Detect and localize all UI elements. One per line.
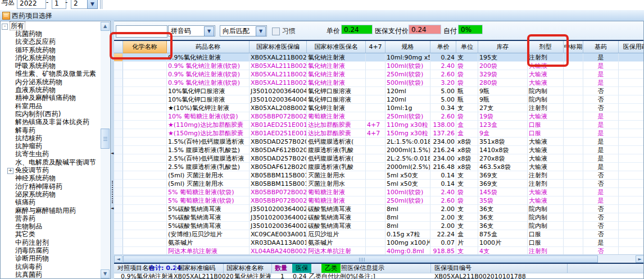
cell-bid: [564, 213, 583, 222]
sidebar-item[interactable]: 神经系统药物: [2, 174, 102, 182]
match-code-select[interactable]: 拼音码 ▼: [168, 25, 215, 36]
sidebar-scrollbar[interactable]: ▲ ▼: [101, 22, 110, 278]
tree-root-label: 所有: [10, 21, 25, 30]
sidebar-item[interactable]: 抗菌药物: [2, 30, 102, 38]
horizontal-scrollbar-thumb[interactable]: [123, 255, 598, 263]
project-code-value: XB05XAL211B002010101788: [434, 273, 526, 279]
table-row[interactable]: 5% 葡萄糖注射液(软袋)XB05BBP072B002020葡萄糖注射液100m…: [114, 188, 644, 196]
sidebar-item[interactable]: 其它类: [2, 230, 102, 238]
sidebar-item-label: 维生素、矿物质及微量元素: [15, 70, 96, 77]
comparison-row[interactable]: 0.9%氯化钠注射液 XB05XAL211B00201 氯化钠注射液 1 0.2…: [114, 273, 644, 279]
scroll-up-icon[interactable]: ▲: [101, 22, 110, 31]
table-row[interactable]: ★(10%)氯化钾注射液XB05XAL208B002020氯化钾注射液10ml:…: [114, 104, 644, 112]
sidebar-item[interactable]: 内分泌系统药物: [2, 78, 102, 86]
table-row[interactable]: ★(150mg)达比加群酯胶囊XB01AED251E001020达比加群酯胶囊4…: [114, 129, 644, 138]
column-header-name[interactable]: 药品名称: [167, 41, 250, 53]
habit-checkbox[interactable]: [272, 28, 280, 35]
sidebar-item[interactable]: +免疫调节药: [2, 166, 102, 174]
sidebar-item[interactable]: 营养药: [2, 214, 102, 222]
column-header-code[interactable]: 国家标准医保编: [250, 41, 307, 53]
table-row[interactable]: 氨茶碱片XR03DAA113A001010氨茶碱片100mg x100片0.07…: [114, 239, 644, 247]
sidebar-item[interactable]: 抗结核药: [2, 134, 102, 142]
sidebar-item[interactable]: 科室用品: [2, 102, 102, 110]
sidebar-item[interactable]: 院内制剂(西药): [2, 110, 102, 118]
table-row[interactable]: 0.9% 氯化钠注射液(软袋)XB05XAL211B002040氯化钠注射液25…: [114, 70, 644, 79]
expand-icon[interactable]: +: [7, 168, 13, 174]
sidebar-item[interactable]: 抗真菌药: [2, 271, 102, 278]
table-row[interactable]: (安博维)厄贝沙坦片XC09CAE003A001020厄贝沙坦片0.15g x7…: [114, 230, 644, 239]
table-row[interactable]: 5%碳酸氢钠滴耳液J350102003640022碳酸氢钠滴耳液8ml2.00支…: [114, 205, 644, 213]
sidebar-scrollbar-thumb[interactable]: [101, 129, 110, 149]
year-field[interactable]: 2022: [17, 0, 46, 9]
sidebar-item[interactable]: 消毒防腐药: [2, 246, 102, 254]
sidebar-item[interactable]: 镇痛药: [2, 198, 102, 206]
table-row[interactable]: 0.9% 氯化钠注射液(软袋)XB05XAL211B002050氯化钠注射液50…: [114, 79, 644, 87]
sidebar-item[interactable]: 解热镇痛及非甾体抗炎药: [2, 118, 102, 126]
sidebar-item[interactable]: 维生素、矿物质及微量元素: [2, 70, 102, 77]
table-row[interactable]: 5%碳酸氢钠滴耳液J350102003640022碳酸氢钠滴耳液8ml2.00支…: [114, 222, 644, 230]
table-row[interactable]: 1.5%(百特)低钙腹膜透析液XB05DAD257B020010低钙腹膜透析液(…: [114, 138, 644, 146]
column-header-unit[interactable]: 单位: [456, 41, 478, 53]
scroll-down-icon[interactable]: ▼: [101, 269, 110, 278]
cell-chem: [123, 95, 167, 104]
sidebar-item[interactable]: 水、电解质及酸碱平衡调节: [2, 158, 102, 166]
month-field[interactable]: 1: [52, 0, 66, 9]
tree-root-item[interactable]: -所有: [2, 22, 102, 30]
cell-stock: 123盒: [478, 121, 528, 129]
cell-bid: [564, 188, 583, 196]
column-header-med[interactable]: 医保用药: [619, 41, 644, 53]
column-header-f47[interactable]: 4+7: [366, 41, 386, 53]
sidebar-item-label: 抗肿瘤药: [15, 142, 42, 150]
sidebar-item-label: 中药注射剂: [15, 239, 49, 246]
sidebar-item[interactable]: 抗寄生虫药: [2, 150, 102, 158]
cell-f47: [366, 70, 386, 79]
sidebar-item[interactable]: 解毒药: [2, 126, 102, 134]
chevron-down-icon[interactable]: ▼: [256, 26, 266, 36]
sidebar-item[interactable]: 抗变态反应药: [2, 38, 102, 45]
sidebar-item[interactable]: 抗肿瘤药: [2, 142, 102, 150]
table-row[interactable]: 10% 葡萄糖注射液(软袋)XB05BBP072B002060葡萄糖注射液250…: [114, 112, 644, 121]
table-row[interactable]: 2.5%(百特)低钙腹膜透析液XB05DAD257B020020低钙腹膜透析液(…: [114, 154, 644, 163]
sidebar-item[interactable]: 麻醉与麻醉辅助用药: [2, 207, 102, 214]
cell-stock: 875盒: [478, 230, 528, 239]
cell-stock: 9盒: [478, 129, 528, 138]
cell-f47: [366, 213, 386, 222]
day-field[interactable]: 2: [71, 0, 88, 9]
table-row[interactable]: 5% 葡萄糖注射液(软袋)XB05BBP072B002050葡萄糖注射液250m…: [114, 196, 644, 205]
table-row[interactable]: (5ml) 灭菌注射用水XB05BBM115B001020灭菌注射用水5ml x…: [114, 171, 644, 180]
collapse-icon[interactable]: -: [2, 24, 8, 30]
column-header-spec[interactable]: 规格: [386, 41, 430, 53]
table-row[interactable]: 2.5% 腹膜透析液(乳酸盐)XB05DAF612B020020腹膜透析液(乳酸…: [114, 163, 644, 171]
match-direction-select[interactable]: 向后匹配 ▼: [220, 25, 267, 36]
cell-base: 否: [583, 171, 619, 180]
cell-std: 灭菌注射用水: [307, 180, 366, 188]
scroll-left-icon[interactable]: ◄: [114, 255, 123, 263]
sidebar-item[interactable]: 消化系统药物: [2, 54, 102, 62]
sidebar-item[interactable]: 中药注射剂: [2, 239, 102, 246]
column-header-price[interactable]: 单价: [430, 41, 456, 53]
column-header-std[interactable]: 国家标准医保名: [307, 41, 366, 53]
horizontal-scrollbar[interactable]: ◄ ►: [114, 254, 644, 263]
table-row[interactable]: 5%碳酸氢钠滴耳液J350102003640022碳酸氢钠滴耳液8ml2.00支…: [114, 213, 644, 222]
sidebar-item[interactable]: 呼吸系统药物: [2, 62, 102, 70]
sidebar-item[interactable]: 血液系统药物: [2, 86, 102, 94]
scroll-right-icon[interactable]: ►: [636, 255, 644, 263]
sidebar-item[interactable]: 诊断用药物: [2, 254, 102, 262]
cell-indicator: [114, 146, 123, 154]
table-row[interactable]: 1.5% 腹膜透析液(乳酸盐)XB05DAF612B020010腹膜透析液(乳酸…: [114, 146, 644, 154]
column-header-base[interactable]: 基药: [583, 41, 619, 53]
table-row[interactable]: (5ml) 灭菌注射用水XB05BBM115B001020灭菌注射用水5ml x…: [114, 180, 644, 188]
sidebar-item[interactable]: 抗病毒药: [2, 263, 102, 271]
table-row[interactable]: 10%氯化钾口服溶液J350102003640046氯化钾口服溶液120ml5.…: [114, 95, 644, 104]
column-header-stock[interactable]: 库存: [478, 41, 528, 53]
sidebar-item[interactable]: 泌尿系统药物: [2, 190, 102, 198]
date-dropdown-button[interactable]: ▼: [87, 0, 98, 9]
sidebar-item[interactable]: 生物制品: [2, 222, 102, 230]
sidebar-item[interactable]: 精神及麻醉镇痛药物: [2, 94, 102, 102]
cell-form: 大输液: [528, 188, 564, 196]
table-row[interactable]: ★(110mg)达比加群酯胶囊XB01AED251E001010达比加群酯胶囊4…: [114, 121, 644, 129]
sidebar-item[interactable]: 治疗精神障碍药: [2, 182, 102, 190]
table-row[interactable]: 10%氯化钾口服溶液J350102003640046氯化钾口服溶液120ml5.…: [114, 87, 644, 95]
sidebar-item[interactable]: 循环系统药物: [2, 46, 102, 54]
chevron-down-icon[interactable]: ▼: [204, 26, 214, 36]
